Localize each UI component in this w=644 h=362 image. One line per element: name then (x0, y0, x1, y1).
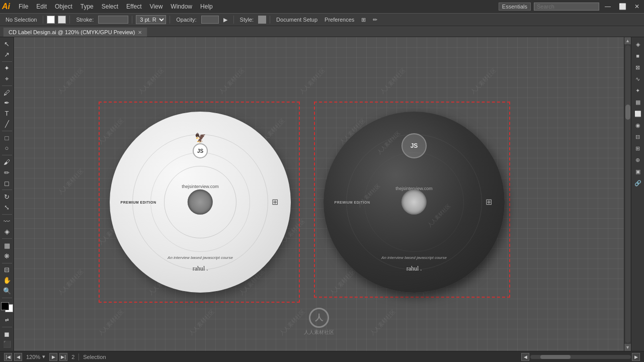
scroll-left-button[interactable]: ◀ (521, 353, 529, 361)
status-info: Selection (83, 354, 106, 360)
tool-separator-4 (2, 155, 12, 155)
line-tool[interactable]: ╱ (2, 119, 13, 129)
menu-type[interactable]: Type (77, 2, 97, 11)
horizontal-scrollbar[interactable]: ◀ ▶ (521, 353, 640, 361)
toolbar-separator-6 (270, 16, 270, 24)
zoom-value[interactable]: 120% (26, 354, 40, 360)
dark-cd-group[interactable]: JS thejsinterview.com PREMIUM EDITION ⊞ … (324, 112, 505, 293)
first-page-button[interactable]: |◀ (4, 353, 12, 361)
minimize-button[interactable]: — (602, 3, 613, 11)
tool-separator-3 (2, 131, 12, 131)
slice-tool[interactable]: ⊟ (2, 265, 13, 275)
artboards-panel-button[interactable]: ▣ (633, 166, 643, 176)
toolbar-separator-5 (233, 16, 234, 24)
status-bar: |◀ ◀ 120% ▾ ▶ ▶| 2 Selection ◀ ▶ (0, 351, 644, 362)
scale-tool[interactable]: ⤡ (2, 203, 13, 212)
bottom-logo-circle: 人 (309, 308, 329, 328)
watermark-28: 人人素材社区 (278, 308, 306, 337)
zoom-control[interactable]: 120% ▾ (26, 353, 45, 360)
symbol-tool[interactable]: ❋ (2, 251, 13, 261)
scroll-up-button[interactable]: ▲ (624, 37, 631, 44)
blend-tool[interactable]: ◈ (2, 227, 13, 236)
scroll-thumb[interactable] (625, 105, 630, 120)
opacity-arrow[interactable]: ▶ (221, 16, 230, 24)
transparency-panel-button[interactable]: ⬜ (633, 109, 643, 119)
type-tool[interactable]: T (2, 109, 13, 118)
last-page-button[interactable]: ▶| (59, 353, 67, 361)
brushes-panel-button[interactable]: ∿ (633, 74, 643, 84)
stroke-style-select[interactable]: 3 pt. Round (136, 15, 166, 24)
column-graph-tool[interactable]: ▦ (2, 241, 13, 250)
pencil-tool[interactable]: ✏ (2, 168, 13, 177)
h-scroll-thumb[interactable] (540, 355, 571, 359)
links-panel-button[interactable]: 🔗 (633, 178, 643, 188)
fill-swatch[interactable] (47, 16, 55, 24)
hand-tool[interactable]: ✋ (2, 276, 13, 285)
tab-label: CD Label Design.ai @ 120% (CMYK/GPU Prev… (9, 29, 135, 35)
zoom-dropdown-icon[interactable]: ▾ (42, 353, 45, 360)
screen-mode-button[interactable]: ⬛ (2, 339, 13, 349)
white-cd-disc: 🦅 JS thejsinterview.com PREMIUM EDITION … (110, 112, 291, 293)
tool-separator-6 (2, 214, 12, 215)
gradient-panel-button[interactable]: ▦ (633, 97, 643, 107)
scroll-right-button[interactable]: ▶ (632, 353, 640, 361)
style-label: Style: (237, 16, 257, 23)
menu-object[interactable]: Object (51, 2, 76, 11)
stroke-value-input[interactable] (98, 16, 128, 24)
scroll-down-button[interactable]: ▼ (624, 344, 631, 351)
document-setup-button[interactable]: Document Setup (274, 16, 320, 23)
transform-panel-button[interactable]: ⊞ (633, 143, 643, 153)
color-mode-icon[interactable]: ◼ (2, 329, 13, 339)
layers-panel-button[interactable]: ⊕ (633, 155, 643, 165)
tab-close-icon[interactable]: ✕ (138, 30, 142, 35)
preferences-button[interactable]: Preferences (322, 16, 357, 23)
menu-select[interactable]: Select (98, 2, 122, 11)
menu-view[interactable]: View (146, 2, 167, 11)
appearance-panel-button[interactable]: ◉ (633, 120, 643, 130)
swap-colors-icon[interactable]: ⇄ (2, 315, 13, 325)
warp-tool[interactable]: 〰 (2, 217, 13, 226)
swatches-panel-button[interactable]: ⊠ (633, 62, 643, 72)
magic-wand-tool[interactable]: ✦ (2, 63, 13, 73)
add-anchor-tool[interactable]: ✒ (2, 99, 13, 108)
stroke-swatch[interactable] (58, 16, 66, 24)
page-indicator[interactable]: 2 (71, 354, 74, 360)
rectangle-tool[interactable]: □ (2, 133, 13, 143)
paintbrush-tool[interactable]: 🖌 (2, 157, 13, 167)
zoom-tool[interactable]: 🔍 (2, 286, 13, 296)
menu-effect[interactable]: Effect (123, 2, 145, 11)
align-panel-button[interactable]: ⊟ (633, 132, 643, 142)
tool-separator-5 (2, 190, 12, 190)
essentials-button[interactable]: Essentials (499, 3, 531, 11)
foreground-color-swatch[interactable] (1, 302, 9, 310)
white-cd-group[interactable]: 🦅 JS thejsinterview.com PREMIUM EDITION … (110, 112, 291, 293)
pen-tool[interactable]: 🖊 (2, 88, 13, 98)
document-tab[interactable]: CD Label Design.ai @ 120% (CMYK/GPU Prev… (3, 27, 147, 37)
next-page-button[interactable]: ▶ (49, 353, 57, 361)
pen-icon[interactable]: ✏ (370, 16, 380, 24)
rotate-tool[interactable]: ↻ (2, 192, 13, 202)
navigator-panel-button[interactable]: ◈ (633, 39, 643, 49)
direct-select-tool[interactable]: ↗ (2, 50, 13, 59)
ellipse-tool[interactable]: ○ (2, 143, 13, 153)
arrange-icon[interactable]: ⊞ (359, 16, 368, 24)
close-button[interactable]: ✕ (632, 3, 642, 11)
opacity-input[interactable]: 100% (201, 16, 219, 24)
bottom-watermark: 人 人人素材社区 (304, 308, 334, 336)
menu-help[interactable]: Help (197, 2, 216, 11)
style-swatch[interactable] (258, 16, 266, 24)
lasso-tool[interactable]: ⌖ (2, 74, 13, 83)
selection-tool[interactable]: ↖ (2, 39, 13, 49)
menu-window[interactable]: Window (167, 2, 196, 11)
vertical-scrollbar[interactable]: ▲ ▼ (624, 37, 631, 351)
maximize-button[interactable]: ⬜ (616, 3, 629, 11)
menu-edit[interactable]: Edit (33, 2, 50, 11)
prev-page-button[interactable]: ◀ (14, 353, 22, 361)
color-panel-button[interactable]: ■ (633, 51, 643, 61)
status-nav-controls: |◀ ◀ (4, 353, 22, 361)
menu-file[interactable]: File (15, 2, 32, 11)
search-input[interactable] (534, 3, 599, 11)
canvas-area[interactable]: 人人素材社区 人人素材社区 人人素材社区 人人素材社区 人人素材社区 人人素材社… (14, 37, 624, 351)
symbols-panel-button[interactable]: ✦ (633, 85, 643, 96)
eraser-tool[interactable]: ◻ (2, 178, 13, 188)
